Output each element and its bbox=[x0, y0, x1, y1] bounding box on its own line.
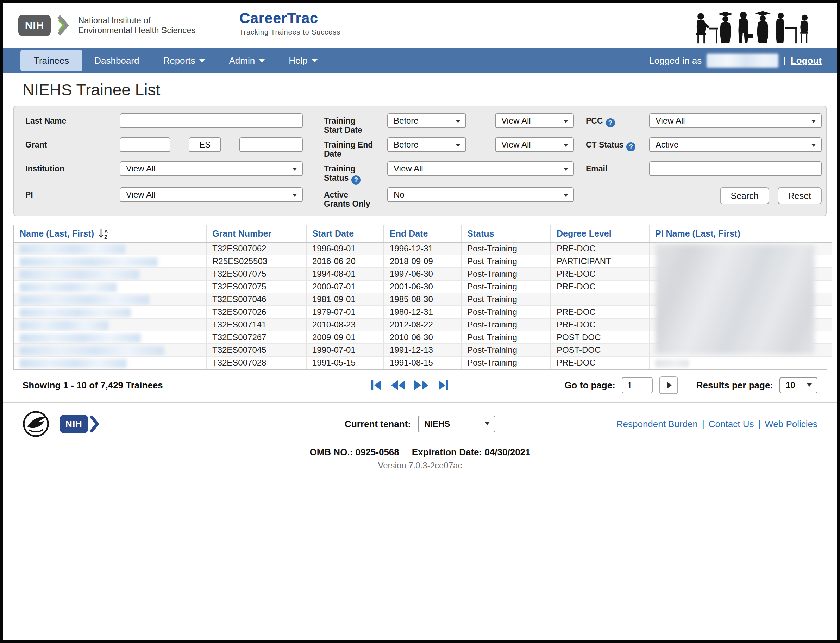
grant-cell: T32ES007046 bbox=[206, 293, 306, 306]
tab-reports[interactable]: Reports bbox=[151, 48, 217, 73]
pcc-select[interactable]: View All bbox=[649, 113, 822, 128]
redacted-name bbox=[20, 295, 149, 305]
search-button[interactable]: Search bbox=[720, 187, 769, 204]
redacted-username bbox=[706, 54, 778, 68]
svg-text:A: A bbox=[104, 228, 108, 234]
name-cell bbox=[14, 280, 206, 293]
question-circle-icon[interactable] bbox=[626, 142, 636, 152]
degree-cell: PRE-DOC bbox=[551, 268, 649, 280]
go-arrow-icon bbox=[667, 382, 672, 389]
nav-tabs: Trainees Dashboard Reports Admin Help bbox=[20, 48, 329, 73]
masthead: NIH National Institute of Environmental … bbox=[3, 3, 837, 48]
status-cell: Post-Training bbox=[461, 356, 551, 369]
next-page-icon[interactable] bbox=[414, 380, 429, 390]
chevron-down-icon bbox=[312, 59, 318, 62]
question-circle-icon[interactable] bbox=[351, 175, 360, 184]
name-cell bbox=[14, 331, 206, 344]
institution-select[interactable]: View All bbox=[120, 161, 303, 176]
page-navigation bbox=[255, 380, 564, 390]
web-policies-link[interactable]: Web Policies bbox=[765, 419, 817, 429]
nih-footer-logo: NIH bbox=[60, 415, 99, 433]
name-cell bbox=[14, 356, 206, 369]
results-per-page-label: Results per page: bbox=[696, 380, 773, 391]
results-per-page-select[interactable]: 10 bbox=[780, 377, 817, 393]
tenant-select[interactable]: NIEHS bbox=[418, 416, 495, 432]
training-start-value-select[interactable]: View All bbox=[495, 113, 574, 128]
respondent-burden-link[interactable]: Respondent Burden bbox=[617, 419, 698, 429]
column-header-end-date[interactable]: End Date bbox=[384, 225, 461, 242]
name-cell bbox=[14, 255, 206, 268]
contact-us-link[interactable]: Contact Us bbox=[709, 419, 754, 429]
grant-cell: T32ES007075 bbox=[206, 268, 306, 280]
training-end-op-select[interactable]: Before bbox=[387, 137, 466, 152]
training-status-label: Training Status bbox=[324, 161, 367, 184]
footer-links: Respondent Burden | Contact Us | Web Pol… bbox=[585, 419, 817, 429]
column-header-degree-level[interactable]: Degree Level bbox=[551, 225, 649, 242]
start-date-cell: 1996-09-01 bbox=[306, 242, 384, 255]
trainee-table-card: Name (Last, First) A Z Grant Number Star… bbox=[13, 225, 827, 370]
name-cell bbox=[14, 293, 206, 306]
tab-dashboard[interactable]: Dashboard bbox=[82, 48, 151, 73]
chevron-down-icon bbox=[199, 59, 205, 62]
page-title: NIEHS Trainee List bbox=[23, 80, 837, 99]
reset-button[interactable]: Reset bbox=[778, 187, 822, 204]
ct-status-select[interactable]: Active bbox=[649, 137, 822, 152]
end-date-cell: 1980-12-31 bbox=[384, 306, 461, 318]
last-name-input[interactable] bbox=[120, 113, 303, 128]
go-arrow-button[interactable] bbox=[659, 377, 678, 394]
question-circle-icon[interactable] bbox=[606, 118, 615, 127]
first-page-icon[interactable] bbox=[371, 380, 382, 390]
nih-logo: NIH bbox=[18, 15, 51, 36]
start-date-cell: 2010-08-23 bbox=[306, 318, 384, 331]
previous-page-icon[interactable] bbox=[391, 380, 406, 390]
degree-cell: PRE-DOC bbox=[551, 356, 649, 369]
end-date-cell: 1991-12-13 bbox=[384, 344, 461, 356]
grant-input-2[interactable] bbox=[240, 137, 303, 152]
training-status-select[interactable]: View All bbox=[387, 161, 574, 176]
column-header-pi-name[interactable]: PI Name (Last, First) bbox=[649, 225, 832, 242]
grant-input-1[interactable] bbox=[120, 137, 170, 152]
pi-cell bbox=[649, 356, 832, 369]
pi-select[interactable]: View All bbox=[120, 187, 303, 202]
redacted-name bbox=[20, 270, 139, 279]
page-number-input[interactable] bbox=[622, 377, 653, 393]
ct-status-label: CT Status bbox=[586, 137, 649, 152]
tab-trainees[interactable]: Trainees bbox=[20, 50, 82, 71]
column-header-start-date[interactable]: Start Date bbox=[306, 225, 384, 242]
main-navbar: Trainees Dashboard Reports Admin Help Lo… bbox=[3, 48, 837, 73]
name-cell bbox=[14, 242, 206, 255]
logout-link[interactable]: Logout bbox=[791, 55, 822, 66]
status-cell: Post-Training bbox=[461, 344, 551, 356]
omb-number: OMB NO.: 0925-0568 bbox=[310, 447, 399, 458]
active-grants-only-select[interactable]: No bbox=[387, 187, 574, 202]
start-date-cell: 1981-09-01 bbox=[306, 293, 384, 306]
trainees-silhouette-graphic bbox=[688, 8, 819, 44]
results-summary: Showing 1 - 10 of 7,429 Trainees bbox=[23, 380, 255, 391]
grant-input-es[interactable] bbox=[189, 137, 221, 152]
degree-cell bbox=[551, 293, 649, 306]
table-row: T32ES007028 1991-05-15 1991-08-15 Post-T… bbox=[14, 356, 832, 369]
end-date-cell: 2018-09-09 bbox=[384, 255, 461, 268]
hhs-logo bbox=[23, 411, 49, 437]
app-title-block: CareerTrac Tracking Trainees to Success bbox=[240, 10, 341, 36]
training-start-op-select[interactable]: Before bbox=[387, 113, 466, 128]
degree-cell: POST-DOC bbox=[551, 331, 649, 344]
column-header-grant-number[interactable]: Grant Number bbox=[206, 225, 306, 242]
status-cell: Post-Training bbox=[461, 242, 551, 255]
start-date-cell: 1991-05-15 bbox=[306, 356, 384, 369]
training-start-date-label: Training Start Date bbox=[324, 113, 365, 134]
column-header-name[interactable]: Name (Last, First) A Z bbox=[14, 225, 206, 242]
email-input[interactable] bbox=[649, 161, 822, 176]
status-cell: Post-Training bbox=[461, 306, 551, 318]
training-end-value-select[interactable]: View All bbox=[495, 137, 574, 152]
omb-line: OMB NO.: 0925-0568 Expiration Date: 04/3… bbox=[3, 447, 837, 458]
last-page-icon[interactable] bbox=[437, 380, 449, 390]
svg-text:Z: Z bbox=[104, 234, 108, 239]
start-date-cell: 2000-07-01 bbox=[306, 280, 384, 293]
tab-admin[interactable]: Admin bbox=[217, 48, 277, 73]
grant-cell: T32ES007267 bbox=[206, 331, 306, 344]
filter-panel: Last Name Training Start Date Before Vie… bbox=[13, 106, 827, 216]
column-header-status[interactable]: Status bbox=[461, 225, 551, 242]
tab-help[interactable]: Help bbox=[277, 48, 329, 73]
name-cell bbox=[14, 306, 206, 318]
